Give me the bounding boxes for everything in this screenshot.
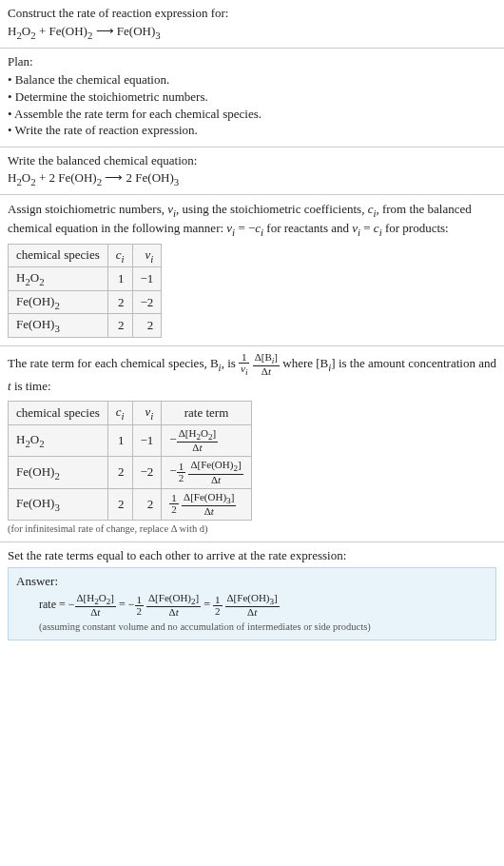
col-species: chemical species [9,402,108,425]
table-row: H2O2 1 −1 −Δ[H2O2]Δt [9,424,252,456]
answer-box: Answer: rate = −Δ[H2O2]Δt = −12 Δ[Fe(OH)… [8,567,496,640]
cell-vi: −1 [132,267,162,291]
cell-vi: −2 [132,457,162,488]
cell-species: Fe(OH)2 [9,290,108,314]
plan-section: Plan: Balance the chemical equation. Det… [0,49,504,147]
cell-species: Fe(OH)3 [9,488,108,520]
balanced-section: Write the balanced chemical equation: H2… [0,148,504,196]
stoich-section: Assign stoichiometric numbers, νi, using… [0,195,504,346]
table-row: H2O2 1 −1 [9,267,162,291]
rate-intro: The rate term for each chemical species,… [8,352,496,397]
answer-title: Answer: [16,574,488,589]
col-ci: ci [107,244,132,267]
col-ci: ci [107,402,132,425]
plan-item: Determine the stoichiometric numbers. [8,89,496,106]
table-row: Fe(OH)3 2 2 12 Δ[Fe(OH)3]Δt [9,488,252,520]
table-row: Fe(OH)2 2 −2 [9,290,162,314]
cell-vi: 2 [132,314,162,338]
col-rate: rate term [162,402,251,425]
stoich-table: chemical species ci νi H2O2 1 −1 Fe(OH)2… [8,244,162,338]
plan-item: Write the rate of reaction expression. [8,122,496,139]
answer-assumption: (assuming constant volume and no accumul… [39,621,488,632]
cell-ci: 2 [107,314,132,338]
cell-ci: 2 [107,488,132,520]
cell-species: H2O2 [9,267,108,291]
balanced-intro: Write the balanced chemical equation: [8,153,496,168]
prompt-text: Construct the rate of reaction expressio… [8,6,496,22]
final-intro: Set the rate terms equal to each other t… [8,548,496,563]
cell-vi: 2 [132,488,162,520]
cell-ci: 2 [107,457,132,488]
table-header-row: chemical species ci νi rate term [9,402,252,425]
rate-table: chemical species ci νi rate term H2O2 1 … [8,401,252,521]
cell-ci: 2 [107,290,132,314]
col-vi: νi [132,402,162,425]
col-vi: νi [132,244,162,267]
balanced-equation: H2O2 + 2 Fe(OH)2 ⟶ 2 Fe(OH)3 [8,170,496,187]
cell-ci: 1 [107,424,132,456]
cell-species: Fe(OH)3 [9,314,108,338]
plan-item: Balance the chemical equation. [8,71,496,89]
cell-rate: −Δ[H2O2]Δt [162,424,251,456]
col-species: chemical species [9,244,108,267]
cell-rate: −12 Δ[Fe(OH)2]Δt [162,457,251,488]
plan-item: Assemble the rate term for each chemical… [8,106,496,123]
cell-species: Fe(OH)2 [9,457,108,488]
plan-list: Balance the chemical equation. Determine… [8,71,496,138]
plan-title: Plan: [8,54,496,69]
cell-vi: −2 [132,290,162,314]
prompt-section: Construct the rate of reaction expressio… [0,0,504,49]
rate-term-section: The rate term for each chemical species,… [0,346,504,542]
final-section: Set the rate terms equal to each other t… [0,542,504,648]
stoich-intro: Assign stoichiometric numbers, νi, using… [8,201,496,239]
table-row: Fe(OH)3 2 2 [9,314,162,338]
cell-vi: −1 [132,424,162,456]
table-header-row: chemical species ci νi [9,244,162,267]
cell-species: H2O2 [9,424,108,456]
table-row: Fe(OH)2 2 −2 −12 Δ[Fe(OH)2]Δt [9,457,252,488]
rate-note: (for infinitesimal rate of change, repla… [8,523,496,534]
rate-expression: rate = −Δ[H2O2]Δt = −12 Δ[Fe(OH)2]Δt = 1… [39,593,488,618]
cell-ci: 1 [107,267,132,291]
cell-rate: 12 Δ[Fe(OH)3]Δt [162,488,251,520]
unbalanced-equation: H2O2 + Fe(OH)2 ⟶ Fe(OH)3 [8,24,496,41]
